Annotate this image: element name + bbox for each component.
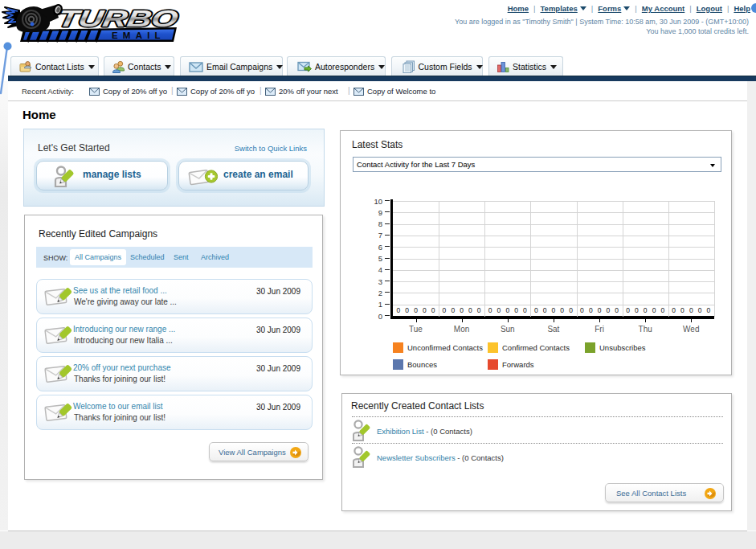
svg-text:TURBO: TURBO: [56, 6, 181, 31]
svg-text:EMAIL: EMAIL: [112, 31, 166, 40]
